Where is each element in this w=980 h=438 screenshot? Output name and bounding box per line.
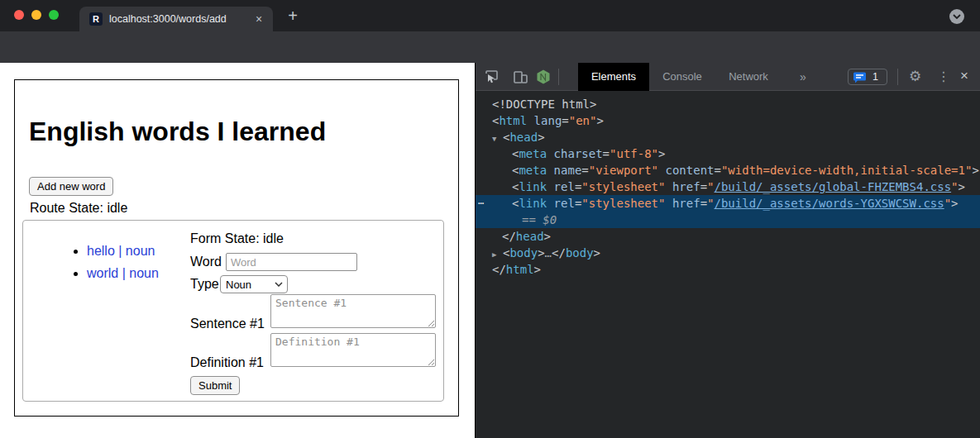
code-segment: > — [544, 230, 551, 243]
close-window-button[interactable] — [14, 10, 24, 20]
tab-strip: R localhost:3000/words/add × + — [0, 0, 980, 31]
devtools-tree-line[interactable]: ▶<body>…</body> — [476, 245, 980, 261]
type-label: Type — [190, 277, 219, 292]
word-list: hello | nounworld | noun — [52, 244, 159, 288]
tree-gutter-dots-icon[interactable]: ⋯ — [478, 195, 484, 212]
code-segment: meta — [519, 147, 547, 160]
code-segment: > — [951, 197, 958, 210]
devtools-tree-line-selected[interactable]: ⋯<link rel="stylesheet" href="/build/_as… — [476, 195, 980, 212]
form-state-text: Form State: idle — [190, 231, 284, 246]
code-segment: head — [509, 131, 538, 144]
code-segment: /build/_assets/words-YGXSWCSW.css — [715, 197, 944, 210]
device-toolbar-icon[interactable] — [512, 69, 528, 85]
code-segment: > — [534, 263, 541, 276]
code-segment: html — [499, 114, 527, 127]
code-segment: </ — [492, 263, 506, 276]
tab-search-button[interactable] — [949, 9, 964, 24]
devtools-close-icon[interactable]: × — [960, 68, 968, 84]
toolbar-divider — [558, 69, 559, 85]
code-segment: > — [596, 114, 603, 127]
code-segment: <!DOCTYPE html> — [492, 98, 596, 111]
devtools-tree-line-selected[interactable]: == $0 — [476, 212, 980, 228]
code-segment: rel — [554, 180, 575, 193]
devtools-tree-line[interactable]: <html lang="en"> — [476, 112, 980, 129]
code-segment: > — [972, 164, 978, 177]
code-segment: > — [658, 147, 665, 160]
inspect-element-icon[interactable] — [484, 69, 500, 85]
code-segment — [547, 164, 553, 177]
type-select-wrap: Noun — [220, 275, 288, 293]
word-link[interactable]: world | noun — [87, 266, 159, 280]
devtools-tab-elements[interactable]: Elements — [578, 63, 649, 91]
word-input[interactable] — [226, 253, 357, 271]
code-segment: = — [700, 180, 707, 193]
code-segment: > — [538, 246, 544, 259]
page-title: English words I learned — [29, 117, 326, 147]
code-segment — [547, 197, 553, 210]
code-segment: body — [509, 246, 538, 259]
code-segment — [547, 180, 553, 193]
code-segment: lang — [534, 114, 562, 127]
code-segment: html — [506, 263, 534, 276]
devtools-tree-line[interactable]: <meta charset="utf-8"> — [476, 145, 980, 162]
code-segment: link — [519, 197, 547, 210]
sentence-textarea[interactable] — [270, 294, 436, 328]
minimize-window-button[interactable] — [31, 10, 41, 20]
devtools-menu-icon[interactable]: ⋮ — [937, 69, 950, 84]
code-segment — [527, 114, 533, 127]
word-list-item: hello | noun — [87, 244, 159, 259]
submit-button[interactable]: Submit — [190, 376, 240, 395]
web-page: English words I learned Add new word Rou… — [0, 63, 475, 438]
code-segment: href — [672, 180, 700, 193]
code-segment: … — [545, 246, 552, 259]
definition-label: Definition #1 — [190, 355, 264, 370]
code-segment: " — [707, 197, 714, 210]
devtools-tree-line[interactable]: <!DOCTYPE html> — [476, 96, 980, 112]
code-segment — [665, 197, 672, 210]
select-chevron-icon — [275, 282, 283, 287]
add-new-word-button[interactable]: Add new word — [29, 177, 113, 196]
code-segment: = — [581, 164, 588, 177]
code-segment: > — [594, 246, 600, 259]
code-segment: " — [944, 197, 951, 210]
issues-icon — [853, 72, 867, 83]
words-panel: hello | nounworld | noun Form State: idl… — [22, 220, 444, 402]
browser-tab[interactable]: R localhost:3000/words/add × — [79, 7, 273, 31]
code-segment — [665, 180, 672, 193]
expand-arrow-icon[interactable]: ▼ — [492, 131, 503, 147]
code-segment: content — [665, 164, 714, 177]
elements-tree: <!DOCTYPE html><html lang="en">▼<head><m… — [476, 91, 980, 438]
sentence-label: Sentence #1 — [190, 317, 265, 331]
code-segment: name — [554, 164, 582, 177]
definition-textarea[interactable] — [270, 333, 436, 367]
devtools-tree-line[interactable]: </html> — [476, 261, 980, 278]
devtools-tab-network[interactable]: Network — [719, 63, 777, 91]
code-segment: = — [603, 147, 610, 160]
zoom-window-button[interactable] — [49, 10, 59, 20]
tab-close-icon[interactable]: × — [251, 12, 266, 26]
settings-gear-icon[interactable]: ⚙ — [909, 68, 921, 86]
textarea-resize-handle[interactable] — [427, 319, 435, 327]
toolbar-divider — [897, 69, 898, 85]
code-segment: href — [672, 197, 700, 210]
word-link[interactable]: hello | noun — [87, 244, 155, 258]
code-segment: meta — [519, 164, 547, 177]
devtools-tree-line[interactable]: <link rel="stylesheet" href="/build/_ass… — [476, 179, 980, 195]
code-segment: = — [715, 164, 721, 177]
page-container: English words I learned Add new word Rou… — [14, 79, 459, 417]
devtools-tree-line[interactable]: ▼<head> — [476, 129, 980, 145]
code-segment: rel — [554, 197, 575, 210]
devtools-tree-line[interactable]: <meta name="viewport" content="width=dev… — [476, 162, 980, 179]
collapse-arrow-icon[interactable]: ▶ — [492, 246, 503, 263]
code-segment: " — [951, 180, 958, 193]
new-tab-button[interactable]: + — [283, 6, 303, 26]
chevron-down-icon — [953, 14, 961, 19]
issues-counter[interactable]: 1 — [848, 69, 887, 85]
node-icon[interactable] — [535, 69, 552, 85]
more-tabs-icon[interactable]: » — [800, 63, 806, 91]
devtools-tab-console[interactable]: Console — [653, 63, 711, 91]
code-segment: > — [538, 131, 544, 144]
devtools-tree-line[interactable]: </head> — [476, 228, 980, 245]
textarea-resize-handle[interactable] — [427, 358, 435, 366]
code-segment: link — [519, 180, 547, 193]
